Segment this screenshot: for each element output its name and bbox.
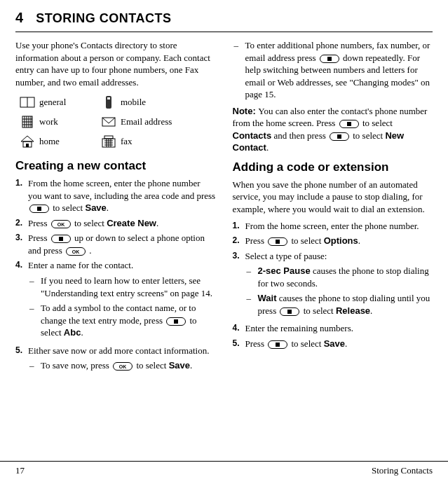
building-icon	[20, 115, 35, 129]
step5-bullet-1: To save now, press to select Save.	[28, 359, 216, 372]
ok-key-icon	[66, 247, 86, 256]
left-column: Use your phone's Contacts directory to s…	[15, 39, 216, 378]
pill-key-icon	[339, 120, 359, 128]
s2-step-1: 1.From the home screen, enter the phone …	[233, 220, 433, 233]
page-footer: 17 Storing Contacts	[0, 461, 448, 477]
step-2: 2. Press to select Create New.	[15, 217, 216, 230]
continuation-bullet: To enter additional phone numbers, fax n…	[233, 39, 433, 101]
ok-key-icon	[113, 362, 133, 371]
step-4: 4. Enter a name for the contact. If you …	[15, 259, 216, 341]
step4-bullet-2: To add a symbol to the contact name, or …	[28, 302, 216, 339]
intro-paragraph: Use your phone's Contacts directory to s…	[15, 39, 216, 88]
book-icon	[20, 95, 35, 109]
pill-key-icon	[330, 132, 349, 141]
pill-key-icon	[280, 307, 299, 316]
pill-key-icon	[29, 205, 49, 213]
page-number: 17	[15, 464, 25, 477]
label-work: work	[39, 116, 97, 128]
section2-intro: When you save the phone number of an aut…	[233, 179, 433, 216]
s2-step3-bullet-2: Wait causes the phone to stop dialing un…	[245, 292, 433, 317]
label-fax: fax	[121, 135, 216, 148]
chapter-title: STORING CONTACTS	[36, 10, 171, 27]
section-adding-heading: Adding a code or extension	[233, 160, 433, 176]
pill-key-icon	[166, 317, 186, 326]
step-1: 1. From the home screen, enter the phone…	[15, 177, 216, 214]
right-column: To enter additional phone numbers, fax n…	[233, 39, 433, 378]
note-label: Note:	[233, 106, 259, 116]
fax-icon	[101, 134, 116, 148]
s2-step-4: 4.Enter the remaining numbers.	[233, 322, 433, 335]
chapter-header: 4 STORING CONTACTS	[15, 8, 433, 32]
chapter-number: 4	[15, 8, 23, 27]
mail-icon	[101, 115, 116, 129]
label-email: Email address	[121, 116, 216, 128]
section-creating-heading: Creating a new contact	[15, 158, 216, 174]
step-3: 3. Press up or down to select a phone op…	[15, 232, 216, 256]
step4-bullet-1: If you need to learn how to enter letter…	[28, 275, 216, 299]
phone-icon	[102, 95, 116, 109]
pill-key-icon	[268, 237, 287, 246]
s2-step3-bullet-1: 2-sec Pause causes the phone to stop dia…	[245, 265, 433, 289]
label-mobile: mobile	[121, 96, 216, 109]
footer-section-name: Storing Contacts	[372, 464, 433, 477]
home-icon	[20, 134, 35, 148]
label-general: general	[39, 96, 97, 109]
pill-key-icon	[320, 55, 339, 63]
s2-step-2: 2. Press to select Options.	[233, 235, 433, 247]
ok-key-icon	[51, 220, 71, 228]
s2-step-5: 5. Press to select Save.	[233, 338, 433, 350]
note-paragraph: Note: You can also enter the contact's p…	[233, 105, 433, 154]
s2-step-3: 3. Select a type of pause: 2-sec Pause c…	[233, 250, 433, 320]
icon-type-table: general mobile work Email address home f…	[15, 92, 216, 151]
step-5: 5. Either save now or add more contact i…	[15, 345, 216, 375]
pill-key-icon	[51, 235, 71, 243]
pill-key-icon	[268, 340, 287, 349]
label-home: home	[39, 135, 97, 148]
